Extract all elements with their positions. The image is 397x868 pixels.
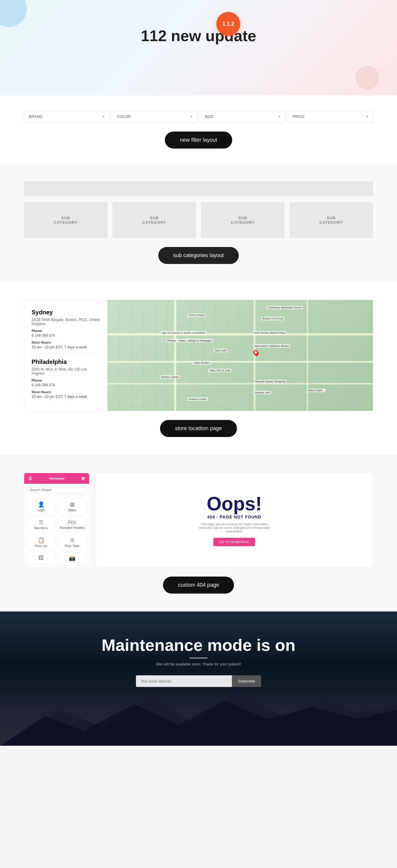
subcategory-banner [24,181,373,196]
price-table-icon: ⊞ [59,537,85,544]
subcategory-section: SUB CATEGORY SUB CATEGORY SUB CATEGORY S… [0,163,397,282]
elementor-panel: ☰ elementor ⊞ 👤 Login ▦ Slides ☰ Nav Men… [24,473,90,568]
color-chevron-icon: ▾ [191,115,192,118]
map-label-7: Specsavers Opticians Boston [254,344,291,348]
widget-price-table[interactable]: ⊞ Price Table [58,534,87,550]
hero-title: 112 new update [6,27,391,45]
store-divider [32,354,100,354]
map-label-8: New Look [214,349,227,352]
subscribe-button[interactable]: Subscribe [232,675,261,687]
filter-section: BRAND ▾ COLOR ▾ SIZE ▾ PRICE ▾ new filte… [0,95,397,163]
store-button-wrap: store locattion page [24,420,373,437]
maintenance-title: Maintenance mode is on [24,636,373,655]
store-city-1: Sydney [32,309,100,316]
store-layout: Sydney 24/26 Strait Bargate, Boston, PE2… [24,300,373,411]
map-road-h3 [108,383,373,384]
store-section: Sydney 24/26 Strait Bargate, Boston, PE2… [0,282,397,455]
widget-animated-headline[interactable]: Abc Animated Headline [58,516,87,532]
hero-blob-left [0,0,27,27]
map-background: Centenary Methodist Church TATE'S PIZZA … [108,300,373,411]
widget-nav-menu[interactable]: ☰ Nav Menu [27,516,56,532]
maintenance-section: Maintenance mode is on Site will be avai… [0,612,397,746]
elementor-search-area [24,484,89,496]
size-dropdown[interactable]: SIZE ▾ [200,111,285,123]
widget-7[interactable]: 🖼 [27,552,56,565]
store-map: Centenary Methodist Church TATE'S PIZZA … [108,300,373,411]
hours-value-1: 10 am - 10 pm EST, 7 days a week [32,345,100,349]
maintenance-email-input[interactable] [136,675,232,687]
price-list-icon: 📋 [28,537,54,544]
version-badge: 1.1.2 [217,12,240,36]
phone-value-1: 6-146-389-574 [32,334,100,338]
mountain-svg [0,686,397,746]
oops-description: The page you are looking for might have … [199,522,270,533]
map-label-1: Centenary Methodist Church [267,306,303,309]
elementor-header: ☰ elementor ⊞ [24,473,89,484]
map-label-4: Age UK Lincoln & South Lincolnshire [161,331,206,335]
maintenance-form: Subscribe [136,675,261,687]
maintenance-divider [190,658,207,658]
subcategory-grid: SUB CATEGORY SUB CATEGORY SUB CATEGORY S… [24,202,373,238]
map-road-h1 [108,333,373,336]
elementor-widgets: 👤 Login ▦ Slides ☰ Nav Menu Abc Animated… [24,496,89,567]
oops-404-label: 404 - PAGE NOT FOUND [207,515,261,519]
widget-8-icon: 📸 [59,555,85,561]
maintenance-content: Maintenance mode is on Site will be avai… [24,636,373,687]
store-info-panel: Sydney 24/26 Strait Bargate, Boston, PE2… [24,300,108,411]
hero-section: 1.1.2 112 new update [0,0,397,95]
color-dropdown[interactable]: COLOR ▾ [112,111,197,123]
subcategory-card-4[interactable]: SUB CATEGORY [289,202,373,238]
go-to-homepage-button[interactable]: GO TO HOMEPAGE [213,538,256,546]
widget-price-list[interactable]: 📋 Price List [27,534,56,550]
store-city-2: Philadelphia [32,359,100,365]
widget-login[interactable]: 👤 Login [27,498,56,515]
title-number: 112 [141,27,167,44]
hero-blob-right [355,66,379,90]
brand-dropdown[interactable]: BRAND ▾ [24,111,109,123]
map-label-13: Select Fashi... [307,389,326,392]
title-text: new update [171,27,256,44]
maintenance-subtitle: Site will be available soon. Thank for y… [24,662,373,666]
hours-label-1: Store Hours: [32,341,100,344]
phone-value-2: 6-146-389-574 [32,383,100,387]
hamburger-icon: ☰ [28,476,32,481]
slides-icon: ▦ [59,501,85,508]
map-label-11: Boston Library [161,375,180,379]
map-road-h2 [108,361,373,363]
filter-button-wrap: new filter layout [24,131,373,149]
store-location-button[interactable]: store locattion page [160,420,237,437]
filter-dropdowns: BRAND ▾ COLOR ▾ SIZE ▾ PRICE ▾ [24,111,373,123]
login-icon: 👤 [28,501,54,508]
price-chevron-icon: ▾ [367,115,368,118]
map-label-15: Amazon Locker [187,397,208,401]
size-label: SIZE [205,114,213,119]
map-label-12: Pleasod Square Shopping [254,380,287,383]
elementor-logo: elementor [49,477,65,480]
phone-label-1: Phone: [32,329,100,333]
map-road-v3 [307,300,308,411]
map-label-5: NCP Boston Market Place [254,331,287,335]
price-dropdown[interactable]: PRICE ▾ [288,111,373,123]
store-address-2: 3250 W. MLK Jr. Blvd, Ste 120 Los Angele… [32,367,100,375]
subcategory-button-wrap: sub categories layout [24,247,373,264]
subcategory-card-2[interactable]: SUB CATEGORY [112,202,196,238]
map-label-9: Argos Boston [193,361,210,365]
map-label-10: Tates Fish & Chip [208,369,231,372]
filter-layout-button[interactable]: new filter layout [165,131,232,149]
page404-button-wrap: custom 404 page [24,577,373,594]
map-label-3: Boston Art Group [261,317,284,320]
hours-value-2: 10 am - 10 pm EST, 7 days a week [32,395,100,399]
widget-slides[interactable]: ▦ Slides [58,498,87,515]
map-road-v1 [174,300,176,411]
subcategory-card-3[interactable]: SUB CATEGORY [201,202,285,238]
widget-search-input[interactable] [27,486,86,493]
page404-layout: ☰ elementor ⊞ 👤 Login ▦ Slides ☰ Nav Men… [24,473,373,568]
brand-chevron-icon: ▾ [103,115,104,118]
map-label-6: Plotway - Sales, Lettings & Mortgages [166,339,213,342]
color-label: COLOR [117,114,131,119]
subcategory-card-1[interactable]: SUB CATEGORY [24,202,108,238]
grid-icon: ⊞ [81,476,85,481]
subcategory-layout-button[interactable]: sub categories layout [158,247,239,264]
custom-404-button[interactable]: custom 404 page [163,577,234,594]
widget-8[interactable]: 📸 [58,552,87,565]
